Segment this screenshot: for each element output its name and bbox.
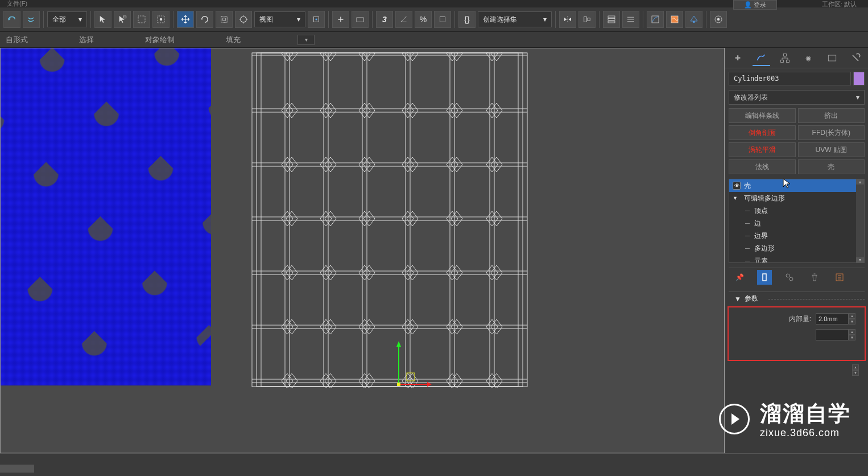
toggle-ribbon-icon[interactable] [622, 11, 639, 28]
spinner-down-icon[interactable]: ▼ [849, 335, 855, 340]
mod-btn-edit-spline[interactable]: 编辑样条线 [729, 108, 796, 123]
ribbon-selection[interactable]: 选择 [79, 35, 94, 45]
render-setup-icon[interactable] [710, 11, 727, 28]
menu-file[interactable]: 文件(F) [7, 0, 27, 7]
create-tab-icon[interactable]: ✚ [729, 50, 747, 66]
material-editor-icon[interactable] [685, 11, 702, 28]
stack-sub-element[interactable]: 元素 [729, 255, 856, 262]
outer-amount-spinner[interactable]: ▲ ▼ [816, 329, 855, 340]
configure-sets-icon[interactable] [832, 270, 847, 285]
display-tab-icon[interactable] [823, 50, 841, 66]
snap-3-icon[interactable]: 3 [376, 11, 393, 28]
undo-icon[interactable] [3, 11, 20, 28]
stack-item-shell[interactable]: 👁 壳 [729, 179, 856, 192]
window-crossing-icon[interactable] [152, 11, 170, 28]
spinner-snap-icon[interactable] [434, 11, 451, 28]
modifier-list-dropdown[interactable]: 修改器列表 [729, 90, 865, 105]
ribbon-freeform[interactable]: 自形式 [6, 35, 28, 45]
layer-manager-icon[interactable] [603, 11, 620, 28]
spinner-down-icon[interactable]: ▼ [849, 319, 855, 325]
watermark-url: zixue.3d66.com [760, 427, 851, 439]
object-color-swatch[interactable] [853, 72, 865, 85]
redo-icon[interactable] [23, 11, 40, 28]
svg-rect-5 [223, 18, 226, 21]
align-icon[interactable] [578, 11, 596, 28]
schematic-view-icon[interactable] [666, 11, 683, 28]
ribbon-populate[interactable]: 填充 [226, 35, 241, 45]
pin-stack-icon[interactable]: 📌 [732, 270, 747, 285]
remove-modifier-icon[interactable] [807, 270, 822, 285]
stack-sub-border[interactable]: 边界 [729, 229, 856, 242]
utilities-tab-icon[interactable] [847, 50, 865, 66]
viewport[interactable] [0, 48, 725, 453]
spinner-down-icon[interactable]: ▼ [852, 370, 859, 376]
stack-sub-edge[interactable]: 边 [729, 217, 856, 229]
workspace-label[interactable]: 工作区: 默认 [822, 0, 857, 9]
motion-tab-icon[interactable]: ◉ [800, 50, 818, 66]
placement-icon[interactable] [235, 11, 252, 28]
rect-select-icon[interactable] [133, 11, 150, 28]
svg-rect-12 [588, 18, 590, 21]
svg-rect-43 [780, 60, 783, 62]
ribbon-bar: 自形式 选择 对象绘制 填充 ▾ [0, 32, 868, 48]
select-by-name-icon[interactable] [114, 11, 131, 28]
rollout-parameters[interactable]: ▼参数 [729, 292, 865, 305]
angle-snap-icon[interactable] [395, 11, 412, 28]
mod-btn-extrude[interactable]: 挤出 [798, 108, 865, 123]
svg-rect-11 [584, 17, 587, 22]
stack-item-editable-poly[interactable]: ▼ 可编辑多边形 [729, 192, 856, 204]
mod-btn-shell[interactable]: 壳 [798, 159, 865, 174]
svg-rect-23 [261, 53, 518, 387]
mod-btn-normal[interactable]: 法线 [729, 159, 796, 174]
rotate-icon[interactable] [196, 11, 213, 28]
main-toolbar: 全部 视图 3 % {} 创建选择集 [0, 7, 868, 32]
object-name-field[interactable]: Cylinder003 [729, 72, 851, 85]
svg-point-48 [790, 277, 793, 281]
expand-icon[interactable]: ▼ [733, 195, 738, 201]
percent-snap-icon[interactable]: % [415, 11, 432, 28]
ribbon-object-paint[interactable]: 对象绘制 [145, 35, 175, 45]
login-button[interactable]: 👤 登录 [733, 0, 777, 10]
stack-sub-polygon[interactable]: 多边形 [729, 242, 856, 255]
mirror-icon[interactable] [559, 11, 576, 28]
show-end-result-icon[interactable] [757, 270, 772, 285]
spinner-up-icon[interactable]: ▲ [849, 313, 855, 319]
modify-tab-icon[interactable] [753, 50, 771, 66]
svg-rect-46 [763, 274, 766, 281]
keyboard-shortcut-icon[interactable] [352, 11, 369, 28]
outer-amount-input[interactable] [816, 329, 849, 340]
mod-btn-chamfer[interactable]: 倒角剖面 [729, 125, 796, 140]
modifier-stack: 👁 壳 ▼ 可编辑多边形 顶点 边 边界 多边形 元素 [729, 179, 865, 263]
stack-scrollbar[interactable] [856, 179, 864, 262]
named-selection-dropdown[interactable]: 创建选择集 [478, 11, 552, 27]
spinner-up-icon[interactable]: ▲ [849, 329, 855, 335]
scale-icon[interactable] [216, 11, 233, 28]
stack-sub-vertex[interactable]: 顶点 [729, 204, 856, 217]
spinner-up-icon[interactable]: ▲ [852, 364, 859, 370]
make-unique-icon[interactable] [782, 270, 797, 285]
svg-rect-21 [252, 53, 527, 387]
visibility-toggle-icon[interactable]: 👁 [733, 182, 741, 190]
svg-rect-1 [138, 16, 145, 23]
ribbon-collapse-icon[interactable]: ▾ [297, 35, 315, 45]
curve-editor-icon[interactable] [647, 11, 664, 28]
named-sel-icon[interactable]: {} [458, 11, 476, 28]
inner-amount-input[interactable]: 2.0mm [816, 313, 849, 325]
move-icon[interactable] [177, 11, 194, 28]
mod-btn-ffd[interactable]: FFD(长方体) [798, 125, 865, 140]
inner-amount-spinner[interactable]: 2.0mm ▲ ▼ [816, 313, 855, 325]
watermark-title: 溜溜自学 [760, 399, 851, 428]
mod-btn-turbosmooth[interactable]: 涡轮平滑 [729, 142, 796, 157]
hierarchy-tab-icon[interactable] [776, 50, 794, 66]
segments-spinner[interactable]: ▲ ▼ [852, 364, 859, 376]
ref-coord-dropdown[interactable]: 视图 [254, 11, 305, 27]
svg-rect-15 [608, 21, 615, 23]
select-object-icon[interactable] [94, 11, 111, 28]
timeline-slider[interactable] [0, 465, 34, 473]
selection-filter-dropdown[interactable]: 全部 [47, 11, 87, 27]
use-pivot-icon[interactable] [308, 11, 325, 28]
viewport-left-shaded [1, 48, 211, 385]
manipulate-icon[interactable] [332, 11, 349, 28]
mod-btn-uvw-map[interactable]: UVW 贴图 [798, 142, 865, 157]
svg-point-8 [316, 19, 317, 20]
